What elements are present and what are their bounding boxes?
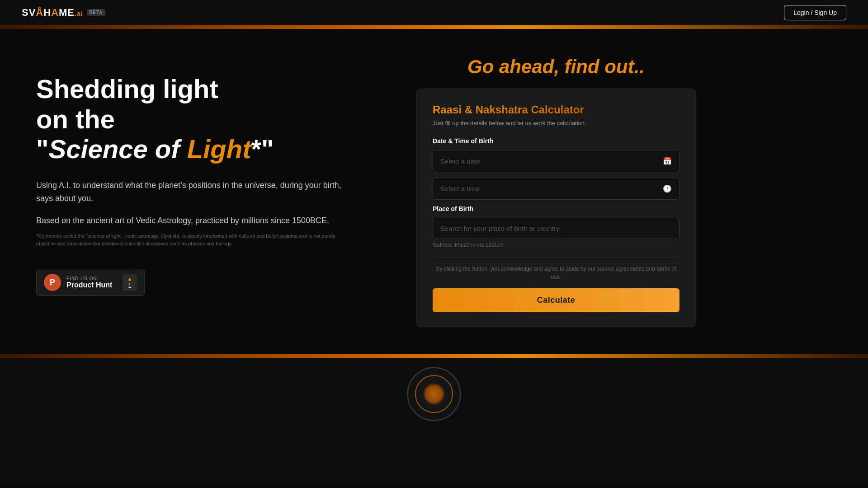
date-time-label: Date & Time of Birth — [433, 137, 679, 145]
left-section: Shedding light on the "Science of Light*… — [36, 56, 380, 296]
ph-name: Product Hunt — [66, 281, 117, 289]
divider — [433, 257, 679, 258]
beta-badge: BETA — [87, 9, 105, 16]
place-label: Place of Birth — [433, 205, 679, 212]
right-section: Go ahead, find out.. Raasi & Nakshatra C… — [416, 56, 696, 327]
disclaimer: *Commonly called the "science of light",… — [36, 232, 344, 247]
place-birth-input[interactable] — [440, 225, 672, 232]
date-input[interactable] — [440, 157, 663, 165]
time-input[interactable] — [440, 185, 663, 192]
agreement-text: By clicking the button, you acknowledge … — [433, 265, 679, 281]
calculator-subtitle: Just fill up the details below and let u… — [433, 120, 679, 127]
ph-upvote-count: 1 — [128, 282, 132, 289]
product-hunt-badge[interactable]: P FIND US ON Product Hunt ▲ 1 — [36, 269, 145, 296]
hero-description: Using A.I. to understand what the planet… — [36, 179, 344, 205]
logo-area: SVÅHAME.ai BETA — [22, 7, 105, 19]
calculator-title: Raasi & Nakshatra Calculator — [433, 103, 584, 116]
time-input-wrapper[interactable]: 🕐 — [433, 178, 679, 200]
clock-icon: 🕐 — [663, 184, 672, 193]
ph-arrow-icon: ▲ — [127, 276, 132, 282]
date-input-wrapper[interactable]: 📅 — [433, 150, 679, 172]
bottom-section — [0, 358, 868, 484]
calculate-button[interactable]: Calculate — [433, 288, 679, 312]
product-hunt-text: FIND US ON Product Hunt — [66, 276, 117, 289]
hero-description-2: Based on the ancient art of Vedic Astrol… — [36, 214, 344, 227]
calculator-card: Raasi & Nakshatra Calculator Just fill u… — [416, 89, 696, 327]
decorative-circle — [407, 367, 461, 421]
logo: SVÅHAME.ai — [22, 7, 83, 19]
product-hunt-icon: P — [44, 274, 61, 291]
bottom-gradient-bar — [0, 354, 868, 358]
login-button[interactable]: Login / Sign Up — [784, 5, 846, 20]
place-birth-wrapper[interactable] — [433, 218, 679, 239]
top-gradient-bar — [0, 25, 868, 29]
calendar-icon: 📅 — [663, 157, 672, 165]
page-subtitle: Go ahead, find out.. — [416, 56, 696, 78]
ph-find-us-label: FIND US ON — [66, 276, 117, 281]
gathers-note: Gathers timezone via Lat/Lon — [433, 242, 679, 248]
hero-title: Shedding light on the "Science of Light*… — [36, 74, 380, 164]
ph-upvote-button[interactable]: ▲ 1 — [123, 274, 137, 291]
